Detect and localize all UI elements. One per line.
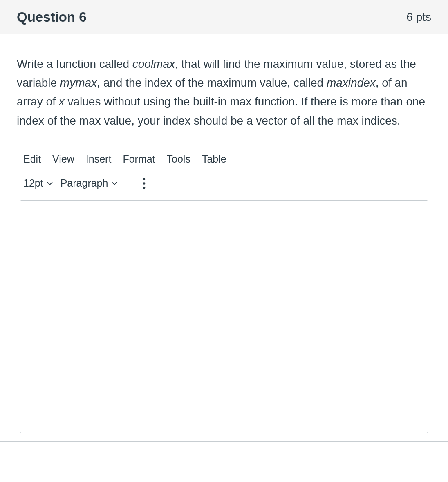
prompt-text: values without using the built-in max fu… bbox=[17, 95, 425, 127]
prompt-italic-mymax: mymax bbox=[60, 76, 97, 89]
more-options-button[interactable] bbox=[138, 176, 150, 191]
question-body: Write a function called coolmax, that wi… bbox=[0, 34, 448, 441]
question-prompt: Write a function called coolmax, that wi… bbox=[17, 55, 431, 130]
question-points: 6 pts bbox=[406, 11, 431, 24]
font-size-label: 12pt bbox=[23, 177, 43, 189]
svg-point-0 bbox=[143, 178, 146, 180]
question-card: Question 6 6 pts Write a function called… bbox=[0, 0, 448, 442]
chevron-down-icon bbox=[47, 180, 53, 187]
editor-menubar: Edit View Insert Format Tools Table bbox=[20, 151, 428, 171]
answer-textarea[interactable] bbox=[20, 200, 428, 433]
menu-insert[interactable]: Insert bbox=[86, 153, 112, 165]
menu-tools[interactable]: Tools bbox=[167, 153, 190, 165]
svg-point-2 bbox=[143, 187, 146, 189]
prompt-italic-coolmax: coolmax bbox=[132, 58, 175, 70]
menu-format[interactable]: Format bbox=[123, 153, 155, 165]
menu-edit[interactable]: Edit bbox=[23, 153, 41, 165]
prompt-italic-maxindex: maxindex bbox=[327, 76, 376, 89]
toolbar-divider bbox=[128, 175, 128, 192]
prompt-text: , and the index of the maximum value, ca… bbox=[97, 76, 327, 89]
rich-text-editor: Edit View Insert Format Tools Table 12pt… bbox=[17, 151, 431, 433]
menu-view[interactable]: View bbox=[52, 153, 74, 165]
prompt-text: Write a function called bbox=[17, 58, 132, 70]
chevron-down-icon bbox=[111, 180, 118, 187]
prompt-italic-x: x bbox=[59, 95, 65, 108]
editor-toolbar: 12pt Paragraph bbox=[20, 171, 428, 200]
paragraph-style-selector[interactable]: Paragraph bbox=[60, 177, 118, 189]
svg-point-1 bbox=[143, 182, 146, 185]
menu-table[interactable]: Table bbox=[202, 153, 226, 165]
paragraph-style-label: Paragraph bbox=[60, 177, 108, 189]
font-size-selector[interactable]: 12pt bbox=[23, 177, 53, 189]
question-title: Question 6 bbox=[17, 9, 87, 25]
question-header: Question 6 6 pts bbox=[0, 0, 448, 34]
